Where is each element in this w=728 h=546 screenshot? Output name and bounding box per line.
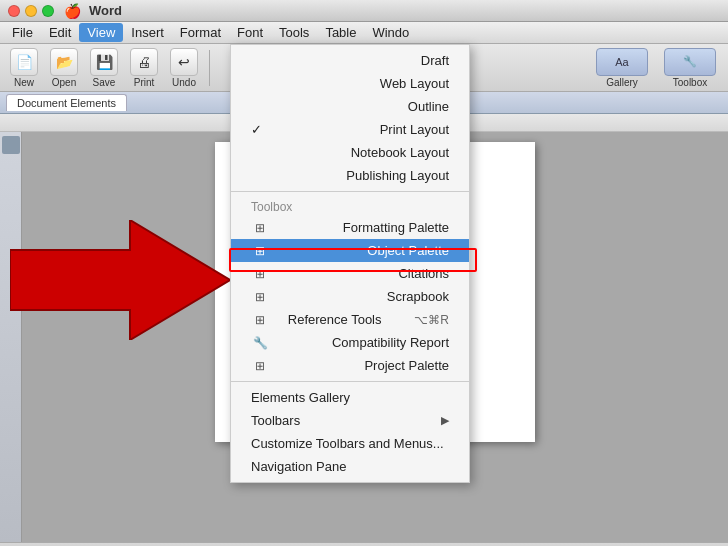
menu-item-navigation-pane[interactable]: Navigation Pane: [231, 455, 469, 478]
svg-marker-0: [10, 220, 230, 340]
citations-label: Citations: [398, 266, 449, 281]
toolbars-arrow: ▶: [441, 414, 449, 427]
menu-item-object-palette[interactable]: ⊞ Object Palette: [231, 239, 469, 262]
compatibility-report-label: Compatibility Report: [332, 335, 449, 350]
reference-tools-shortcut: ⌥⌘R: [414, 313, 449, 327]
app-title: Word: [89, 3, 122, 18]
outline-label: Outline: [408, 99, 449, 114]
object-palette-label: Object Palette: [367, 243, 449, 258]
toolbar-right: Aa Gallery 🔧 Toolbox: [590, 46, 722, 90]
undo-icon: ↩: [170, 48, 198, 76]
print-label: Print: [134, 77, 155, 88]
menu-item-reference-tools[interactable]: ⊞ Reference Tools ⌥⌘R: [231, 308, 469, 331]
title-bar: 🍎 Word: [0, 0, 728, 22]
bottom-bar: wiki How to Add Clip Art to Microsoft Wo…: [0, 542, 728, 546]
menu-item-project-palette[interactable]: ⊞ Project Palette: [231, 354, 469, 377]
close-button[interactable]: [8, 5, 20, 17]
web-layout-label: Web Layout: [380, 76, 449, 91]
new-button[interactable]: 📄 New: [6, 46, 42, 90]
dropdown-separator-1: [231, 191, 469, 192]
sidebar-scroll-up[interactable]: [2, 136, 20, 154]
toolbox-button[interactable]: 🔧 Toolbox: [658, 46, 722, 90]
menu-window[interactable]: Windo: [364, 23, 417, 42]
toolbox-icon: 🔧: [664, 48, 716, 76]
menu-view[interactable]: View: [79, 23, 123, 42]
save-label: Save: [93, 77, 116, 88]
menu-insert[interactable]: Insert: [123, 23, 172, 42]
customize-label: Customize Toolbars and Menus...: [251, 436, 444, 451]
reference-tools-label: Reference Tools: [288, 312, 382, 327]
navigation-pane-label: Navigation Pane: [251, 459, 346, 474]
menu-item-web-layout[interactable]: Web Layout: [231, 72, 469, 95]
traffic-lights[interactable]: [8, 5, 54, 17]
print-icon: 🖨: [130, 48, 158, 76]
toolbars-label: Toolbars: [251, 413, 300, 428]
minimize-button[interactable]: [25, 5, 37, 17]
elements-gallery-label: Elements Gallery: [251, 390, 350, 405]
gallery-label: Gallery: [606, 77, 638, 88]
menu-item-customize[interactable]: Customize Toolbars and Menus...: [231, 432, 469, 455]
gallery-icon: Aa: [596, 48, 648, 76]
object-palette-icon: ⊞: [251, 244, 269, 258]
maximize-button[interactable]: [42, 5, 54, 17]
menu-item-publishing-layout[interactable]: Publishing Layout: [231, 164, 469, 187]
menu-item-citations[interactable]: ⊞ Citations: [231, 262, 469, 285]
menu-item-notebook-layout[interactable]: Notebook Layout: [231, 141, 469, 164]
menu-item-formatting-palette[interactable]: ⊞ Formatting Palette: [231, 216, 469, 239]
menu-file[interactable]: File: [4, 23, 41, 42]
open-label: Open: [52, 77, 76, 88]
scrapbook-label: Scrapbook: [387, 289, 449, 304]
menu-table[interactable]: Table: [317, 23, 364, 42]
reference-tools-icon: ⊞: [251, 313, 269, 327]
new-label: New: [14, 77, 34, 88]
menu-item-outline[interactable]: Outline: [231, 95, 469, 118]
publishing-layout-label: Publishing Layout: [346, 168, 449, 183]
menu-item-print-layout[interactable]: ✓ Print Layout: [231, 118, 469, 141]
draft-label: Draft: [421, 53, 449, 68]
formatting-palette-label: Formatting Palette: [343, 220, 449, 235]
dropdown-separator-2: [231, 381, 469, 382]
compatibility-report-icon: 🔧: [251, 336, 269, 350]
print-layout-label: Print Layout: [380, 122, 449, 137]
checkmark-print: ✓: [251, 122, 267, 137]
toolbox-section-label: Toolbox: [231, 196, 469, 216]
undo-label: Undo: [172, 77, 196, 88]
open-icon: 📂: [50, 48, 78, 76]
gallery-button[interactable]: Aa Gallery: [590, 46, 654, 90]
print-button[interactable]: 🖨 Print: [126, 46, 162, 90]
undo-button[interactable]: ↩ Undo: [166, 46, 202, 90]
save-button[interactable]: 💾 Save: [86, 46, 122, 90]
citations-icon: ⊞: [251, 267, 269, 281]
scrapbook-icon: ⊞: [251, 290, 269, 304]
project-palette-label: Project Palette: [364, 358, 449, 373]
view-dropdown-menu: Draft Web Layout Outline ✓ Print Layout …: [230, 44, 470, 483]
notebook-layout-label: Notebook Layout: [351, 145, 449, 160]
toolbox-label: Toolbox: [673, 77, 707, 88]
toolbar-separator-1: [209, 50, 210, 86]
menu-item-compatibility-report[interactable]: 🔧 Compatibility Report: [231, 331, 469, 354]
save-icon: 💾: [90, 48, 118, 76]
menu-tools[interactable]: Tools: [271, 23, 317, 42]
menu-item-toolbars[interactable]: Toolbars ▶: [231, 409, 469, 432]
menu-edit[interactable]: Edit: [41, 23, 79, 42]
menu-bar: File Edit View Insert Format Font Tools …: [0, 22, 728, 44]
menu-item-elements-gallery[interactable]: Elements Gallery: [231, 386, 469, 409]
menu-item-scrapbook[interactable]: ⊞ Scrapbook: [231, 285, 469, 308]
menu-format[interactable]: Format: [172, 23, 229, 42]
open-button[interactable]: 📂 Open: [46, 46, 82, 90]
apple-icon: 🍎: [64, 3, 81, 19]
tab-document-elements[interactable]: Document Elements: [6, 94, 127, 111]
menu-item-draft[interactable]: Draft: [231, 49, 469, 72]
new-icon: 📄: [10, 48, 38, 76]
project-palette-icon: ⊞: [251, 359, 269, 373]
formatting-palette-icon: ⊞: [251, 221, 269, 235]
red-arrow: [10, 220, 230, 340]
menu-font[interactable]: Font: [229, 23, 271, 42]
